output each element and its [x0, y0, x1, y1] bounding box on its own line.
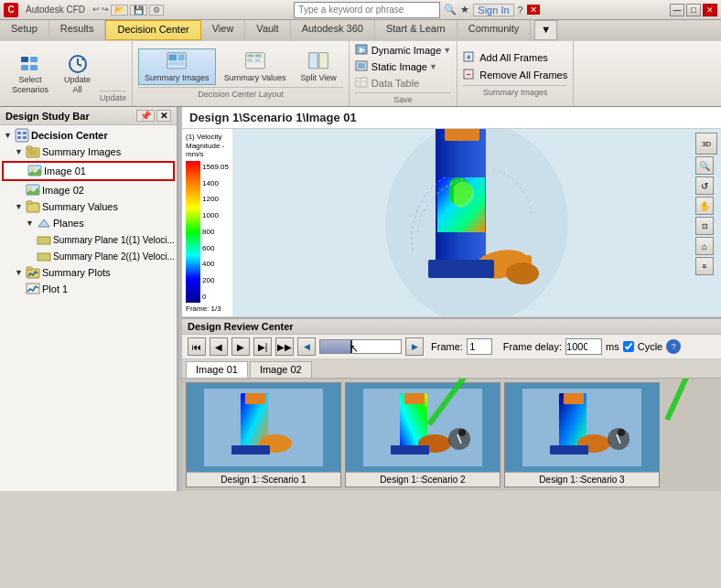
tab-autodesk360[interactable]: Autodesk 360: [291, 20, 375, 40]
svg-rect-22: [356, 78, 367, 87]
tree-toggle-summary-images[interactable]: ▼: [15, 147, 26, 156]
frame-number-input[interactable]: 1: [467, 338, 492, 355]
tree-item-summary-values[interactable]: ▼ Summary Values: [2, 198, 175, 215]
add-all-frames-button[interactable]: Add All Frames: [463, 50, 567, 65]
thumbnail-3[interactable]: Design 1∷Scenario 3: [504, 382, 660, 487]
thumbnail-1[interactable]: Design 1∷Scenario 1: [186, 382, 341, 487]
frame-delay-input[interactable]: 1000: [565, 338, 602, 355]
thumbnail-2[interactable]: Design 1∷Scenario 2: [345, 382, 500, 487]
vp-rotate-btn[interactable]: ↺: [695, 176, 714, 195]
progress-fill: [320, 340, 352, 353]
save-icon[interactable]: 💾: [130, 5, 147, 16]
sidebar-controls: 📌 ✕: [136, 110, 171, 122]
viewport-area: (1) Velocity Magnitude - mm/s 1569.05 14…: [182, 129, 721, 317]
open-icon[interactable]: 📂: [111, 5, 128, 16]
tree-item-summary-plane-1[interactable]: Summary Plane 1((1) Veloci...: [2, 231, 175, 248]
content-area: Design 1\Scenario 1\Image 01 (1) Velocit…: [182, 107, 721, 491]
thumbnail-img-3: [505, 383, 659, 472]
image-tab-01[interactable]: Image 01: [186, 361, 248, 378]
tree-item-image-02[interactable]: Image 02: [2, 182, 175, 198]
tree-item-plot-1[interactable]: Plot 1: [2, 281, 175, 297]
thumbnail-strip: Design 1∷Scenario 1: [182, 379, 721, 491]
settings-icon[interactable]: ⚙: [149, 5, 164, 16]
dynamic-image-button[interactable]: Dynamic Image ▼: [355, 43, 451, 58]
decision-center-icon: [15, 128, 29, 143]
plot-icon: [26, 282, 40, 296]
cycle-help-icon[interactable]: ?: [666, 339, 681, 354]
decision-center-layout-label: Decision Center Layout: [138, 87, 343, 99]
playback-progress-bar[interactable]: ↖: [319, 339, 402, 354]
svg-rect-33: [17, 136, 21, 139]
tab-vault[interactable]: Vault: [245, 20, 290, 40]
keyword-search-input[interactable]: [294, 2, 440, 18]
sidebar-title: Design Study Bar: [5, 111, 90, 122]
image-tab-02[interactable]: Image 02: [250, 361, 312, 378]
step-back-btn[interactable]: ◀: [210, 337, 228, 356]
fast-forward-btn[interactable]: ▶▶: [275, 337, 294, 356]
redo-icon[interactable]: ↪: [102, 5, 109, 16]
sim-viewport[interactable]: 3D 🔍 ↺ ✋ ⊡ ⌂ ≡: [232, 129, 721, 316]
tab-start-learn[interactable]: Start & Learn: [375, 20, 457, 40]
svg-rect-78: [550, 445, 588, 454]
tab-view[interactable]: View: [201, 20, 246, 40]
tab-setup[interactable]: Setup: [0, 20, 49, 40]
search-icon[interactable]: 🔍: [444, 4, 457, 16]
tab-results[interactable]: Results: [49, 20, 106, 40]
vp-home-btn[interactable]: ⌂: [695, 237, 714, 255]
tree-item-planes[interactable]: ▼ Planes: [2, 215, 175, 231]
svg-rect-14: [247, 59, 252, 61]
question-icon[interactable]: ?: [518, 5, 523, 16]
vp-zoom-btn[interactable]: 🔍: [695, 156, 714, 175]
nav-right-btn[interactable]: ▶: [405, 337, 424, 356]
tree-toggle-decision-center[interactable]: ▼: [4, 131, 15, 140]
tree-item-summary-images[interactable]: ▼ Summary Images: [2, 144, 175, 160]
select-scenarios-button[interactable]: SelectScenarios: [5, 50, 55, 98]
tree-item-image-01[interactable]: Image 01: [2, 161, 175, 181]
svg-rect-69: [391, 445, 429, 454]
sidebar-pin-icon[interactable]: 📌: [136, 110, 155, 122]
svg-point-41: [28, 187, 32, 190]
tree-item-summary-plots[interactable]: ▼ Summary Plots: [2, 264, 175, 281]
undo-icon[interactable]: ↩: [92, 5, 100, 16]
image-icon-02: [26, 183, 40, 198]
cycle-checkbox[interactable]: [623, 341, 634, 352]
star-icon[interactable]: ★: [460, 4, 469, 16]
svg-rect-76: [564, 393, 584, 404]
remove-all-frames-button[interactable]: Remove All Frames: [463, 68, 567, 82]
image-icon-01: [27, 164, 42, 178]
tree-item-summary-plane-2[interactable]: Summary Plane 2((1) Veloci...: [2, 248, 175, 264]
tree-toggle-planes[interactable]: ▼: [26, 219, 37, 228]
legend-title: (1) Velocity Magnitude - mm/s: [186, 133, 229, 159]
update-all-button[interactable]: UpdateAll: [58, 50, 97, 98]
play-btn[interactable]: ▶: [231, 337, 250, 356]
sidebar-close-icon[interactable]: ✕: [156, 110, 171, 122]
ribbon-summary-images-group: Add All Frames Remove All Frames Summary…: [457, 41, 574, 106]
ribbon-tabs: Setup Results Decision Center View Vault…: [0, 20, 721, 40]
split-view-button[interactable]: Split View: [294, 48, 342, 86]
svg-rect-7: [178, 54, 185, 60]
nav-left-btn[interactable]: ◀: [297, 337, 316, 356]
more-tabs-btn[interactable]: ▼: [534, 20, 557, 40]
vp-layers-btn[interactable]: ≡: [695, 257, 714, 275]
tab-decision-center[interactable]: Decision Center: [105, 20, 200, 40]
static-image-button[interactable]: Static Image ▼: [355, 59, 451, 74]
app-title: Autodesk CFD: [26, 5, 85, 15]
sign-in-button[interactable]: Sign In: [473, 4, 513, 16]
minimize-button[interactable]: —: [670, 4, 684, 16]
summary-images-button[interactable]: Summary Images: [138, 48, 216, 86]
summary-values-button[interactable]: Summary Values: [218, 48, 293, 86]
data-table-button[interactable]: Data Table: [355, 76, 451, 91]
svg-rect-21: [358, 63, 365, 69]
maximize-button[interactable]: □: [686, 4, 701, 16]
close-button[interactable]: ✕: [703, 4, 717, 16]
rewind-to-start-btn[interactable]: ⏮: [188, 337, 206, 356]
step-forward-btn[interactable]: ▶|: [253, 337, 272, 356]
tree-toggle-summary-values[interactable]: ▼: [15, 202, 26, 211]
tree-toggle-summary-plots[interactable]: ▼: [15, 268, 26, 277]
close-icon[interactable]: ✕: [527, 5, 540, 15]
tree-item-decision-center[interactable]: ▼ Decision Center: [2, 127, 175, 144]
tab-community[interactable]: Community: [457, 20, 532, 40]
vp-pan-btn[interactable]: ✋: [695, 197, 714, 215]
vp-3d-btn[interactable]: 3D: [695, 133, 717, 155]
vp-fit-btn[interactable]: ⊡: [695, 217, 714, 235]
